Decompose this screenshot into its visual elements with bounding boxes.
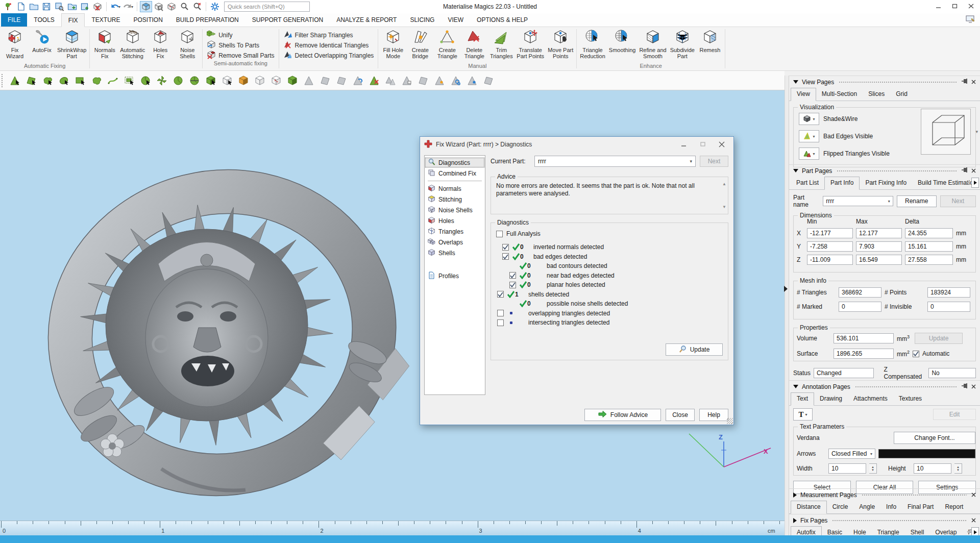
menu-tab-analyze-report[interactable]: ANALYZE & REPORT: [330, 13, 403, 27]
next-button[interactable]: Next: [940, 195, 976, 207]
ribbon-button-fix-wizard[interactable]: Fix Wizard: [2, 28, 28, 59]
menu-tab-support-generation[interactable]: SUPPORT GENERATION: [246, 13, 330, 27]
menu-tab-options-help[interactable]: OPTIONS & HELP: [470, 13, 534, 27]
follow-advice-button[interactable]: Follow Advice: [584, 409, 661, 421]
fix-nav-profiles[interactable]: Profiles: [425, 270, 485, 281]
maximize-button[interactable]: [946, 0, 963, 12]
text-tool-button[interactable]: T▾: [793, 408, 813, 421]
dim-min-field[interactable]: -12.177: [807, 228, 853, 238]
tab-report[interactable]: Report: [939, 501, 969, 513]
rectangle-mark-icon[interactable]: [73, 73, 87, 87]
tab-final-part[interactable]: Final Part: [902, 501, 939, 513]
tab-scroll-left-icon[interactable]: [966, 529, 970, 536]
tab-build-time-estimation[interactable]: Build Time Estimation: [912, 177, 972, 189]
zoom-in-icon[interactable]: [178, 1, 190, 12]
ribbon-button-remove-small-parts[interactable]: Remove Small Parts: [204, 51, 277, 60]
diagnostic-checkbox[interactable]: [502, 253, 509, 260]
mesh-value-field[interactable]: 183924: [927, 287, 970, 298]
close-icon[interactable]: [971, 383, 976, 390]
ribbon-button-trim-triangles[interactable]: Trim Triangles: [488, 28, 514, 59]
bad-edges-button[interactable]: ▾: [799, 130, 819, 142]
dialog-close-button[interactable]: [714, 139, 729, 150]
mark-surface-icon[interactable]: [57, 73, 70, 87]
ribbon-button-filter-sharp-triangles[interactable]: Filter Sharp Triangles: [281, 30, 377, 40]
mesh-value-field[interactable]: 0: [927, 302, 970, 312]
pin-icon[interactable]: [961, 78, 968, 86]
triangle-blue-dot-icon[interactable]: [465, 73, 479, 87]
tab-part-list[interactable]: Part List: [791, 177, 824, 189]
diagnostic-checkbox[interactable]: [497, 319, 504, 326]
mark-box-icon[interactable]: [220, 73, 234, 87]
mark-plane-icon[interactable]: [24, 73, 38, 87]
triangle-blue-rings-icon[interactable]: [449, 73, 462, 87]
ribbon-button-fill-hole-mode[interactable]: Fill Hole Mode: [380, 28, 406, 59]
unmark-box-icon[interactable]: [253, 73, 266, 87]
settings-gear-icon[interactable]: [209, 1, 221, 12]
menu-tab-fix[interactable]: FIX: [61, 13, 85, 27]
polyline-mark-icon[interactable]: [106, 73, 119, 87]
dialog-maximize-button[interactable]: [695, 139, 710, 150]
close-icon[interactable]: [971, 167, 976, 175]
close-button[interactable]: Close: [666, 409, 695, 421]
gray-triangle-pair-icon[interactable]: [383, 73, 397, 87]
dim-max-field[interactable]: 16.549: [856, 255, 902, 265]
tab-slices[interactable]: Slices: [863, 88, 890, 101]
redo-icon[interactable]: ▾: [122, 1, 134, 12]
tab-circle[interactable]: Circle: [827, 501, 854, 513]
width-spinner[interactable]: ▲▼: [869, 463, 877, 474]
import-part-icon[interactable]: [66, 1, 78, 12]
dialog-minimize-button[interactable]: [676, 139, 692, 150]
tab-attachments[interactable]: Attachments: [848, 393, 893, 405]
screen-capture-icon[interactable]: [966, 15, 976, 25]
gray-plane-2-icon[interactable]: [481, 73, 495, 87]
fix-pages-header[interactable]: Fix Pages: [789, 514, 980, 526]
ribbon-button-unify[interactable]: Unify: [204, 30, 277, 40]
ring-model[interactable]: [8, 113, 436, 516]
width-field[interactable]: 10: [828, 463, 866, 474]
disc-mark-icon[interactable]: [171, 73, 185, 87]
app-logo-icon[interactable]: [2, 1, 14, 12]
tab-part-fixing-info[interactable]: Part Fixing Info: [860, 177, 912, 189]
search-input[interactable]: [224, 2, 310, 12]
tab-part-info[interactable]: Part Info: [824, 177, 860, 190]
ribbon-button-normals-fix[interactable]: Normals Fix: [91, 28, 118, 59]
dim-delta-field[interactable]: 15.161: [905, 241, 953, 252]
z-compensated-field[interactable]: No: [928, 368, 976, 378]
menu-tab-texture[interactable]: TEXTURE: [85, 13, 127, 27]
pin-icon[interactable]: [961, 167, 968, 175]
open-file-icon[interactable]: [28, 1, 40, 12]
minimize-button[interactable]: [930, 0, 946, 12]
zoom-part-icon[interactable]: [153, 1, 165, 12]
height-spinner[interactable]: ▲▼: [954, 463, 962, 474]
ribbon-button-delete-triangle[interactable]: Delete Triangle: [461, 28, 487, 59]
clear-marks-icon[interactable]: [367, 73, 381, 87]
ribbon-button-move-part-points[interactable]: Move Part Points: [546, 28, 575, 59]
new-document-icon[interactable]: [15, 1, 27, 12]
panel-collapse-arrow-icon[interactable]: [784, 286, 788, 292]
fix-nav-noise-shells[interactable]: Noise Shells: [425, 205, 485, 215]
window-mark-icon[interactable]: [122, 73, 136, 87]
diagnostic-checkbox[interactable]: [497, 310, 504, 316]
unmark-triangle-icon[interactable]: [302, 73, 315, 87]
gray-plane-icon[interactable]: [416, 73, 430, 87]
change-font-button[interactable]: Change Font...: [894, 432, 975, 444]
freeform-mark-icon[interactable]: [89, 73, 103, 87]
dim-delta-field[interactable]: 24.355: [905, 228, 953, 238]
fix-nav-diagnostics[interactable]: Diagnostics: [425, 157, 485, 168]
undo-icon[interactable]: ▾: [109, 1, 121, 12]
ribbon-button-shrinkwrap[interactable]: ShrinkWrap Part: [56, 28, 88, 59]
brush-mark-icon[interactable]: [138, 73, 152, 87]
rename-button[interactable]: Rename: [897, 195, 937, 207]
diagnostic-checkbox[interactable]: [509, 272, 516, 279]
tab-grid[interactable]: Grid: [890, 88, 913, 101]
fix-nav-overlaps[interactable]: Overlaps: [425, 237, 485, 248]
fix-nav-normals[interactable]: Normals: [425, 183, 485, 194]
ribbon-button-refine-and-smooth[interactable]: Refine and Smooth: [638, 28, 668, 59]
export-part-icon[interactable]: [79, 1, 91, 12]
arrows-select[interactable]: Closed Filled▾: [828, 449, 875, 459]
mark-all-cube-icon[interactable]: [285, 73, 299, 87]
dialog-titlebar[interactable]: Fix Wizard (Part: rrrr) > Diagnostics: [420, 137, 733, 152]
ribbon-button-stitching[interactable]: Automatic Stitching: [118, 28, 146, 59]
surface-field[interactable]: 1896.265: [834, 349, 894, 359]
mark-cube-icon[interactable]: [204, 73, 217, 87]
